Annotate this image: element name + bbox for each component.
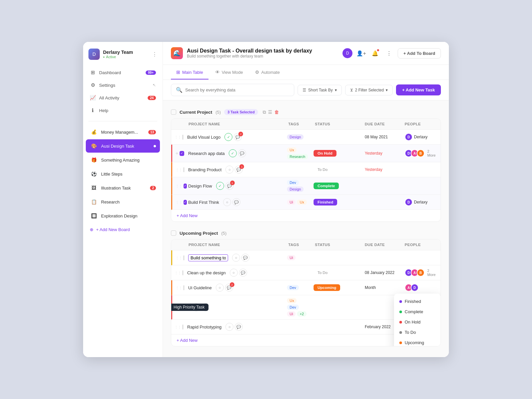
status-cell-5[interactable]: Finished [311,196,361,208]
row-checkbox-1[interactable] [183,135,183,140]
board-item-money[interactable]: 💰 Money Managem... 13 [86,125,160,139]
status-check-icon-4[interactable]: ✓ [216,182,224,190]
udrag-icon-2[interactable]: ⋮⋮ [175,271,181,275]
more-options-icon[interactable]: ⋮ [384,48,394,59]
comment-icon-4[interactable]: 💬 1 [225,182,233,190]
dropdown-item-complete[interactable]: Complete [394,307,441,317]
upeople-avatars-3: A D [405,284,419,292]
add-new-board-btn[interactable]: ⊕ + Add New Board [83,224,163,235]
team-menu-icon[interactable]: ⋮ [152,51,157,58]
add-member-icon[interactable]: 👤+ [356,48,366,59]
table-row: ⋮⋮ Ui Guideline ○ 💬 2 [171,280,441,295]
comment-icon-1[interactable]: 💬 2 [234,133,242,141]
status-todo-3: To Do [314,166,332,173]
upcoming-project-checkbox[interactable] [171,230,176,236]
udrag-icon-5[interactable]: ⋮⋮ [175,325,181,329]
sidebar-item-all-activity[interactable]: 📈 All Activity 24 [86,92,160,104]
sidebar-item-settings[interactable]: ⚙ Settings ↖ [86,79,160,91]
drag-handle-icon-4[interactable]: ⋮⋮ [176,184,182,188]
add-to-board-btn[interactable]: + Add To Board [398,48,441,59]
comment-icon-2[interactable]: 💬 [238,149,246,157]
notifications-icon[interactable]: 🔔 [370,48,380,59]
ucomment-icon-2[interactable]: 💬 [239,269,247,277]
ustatus-3[interactable]: Upcoming [311,282,361,294]
board-item-little-steps[interactable]: ⚽ Little Steps [86,167,160,181]
search-input[interactable] [185,87,289,92]
udrag-cell-2: ⋮⋮ [171,267,185,279]
on-hold-dot [399,321,402,324]
urow-checkbox-5[interactable] [183,325,183,330]
empty-cell [258,134,284,140]
drag-handle-cell: ⋮⋮ [171,131,185,143]
dropdown-item-todo[interactable]: To Do [394,327,441,337]
delete-icon[interactable]: 🗑 [274,109,279,115]
dropdown-item-on-hold[interactable]: On Hold [394,317,441,327]
sidebar-item-dashboard[interactable]: ⊞ Dashboard 99+ [86,66,160,78]
status-check-icon-5[interactable]: ○ [223,198,231,206]
urow-checkbox-2[interactable] [183,270,183,275]
tab-view-mode[interactable]: 👁 View Mode [210,65,248,79]
current-project-checkbox[interactable] [171,109,176,115]
board-item-research[interactable]: 📋 Research [86,195,160,208]
drag-handle-icon-5[interactable]: ⋮⋮ [176,200,182,204]
drag-handle-icon[interactable]: ⋮⋮ [175,135,181,139]
ustatus-check-2[interactable]: ○ [230,269,238,277]
status-cell-4[interactable]: Complete [311,180,361,192]
udue-2: 08 January 2022 [361,268,401,278]
ucol-status: Status [311,239,361,250]
comment-icon-5[interactable]: 💬 [232,198,240,206]
udrag-icon-3[interactable]: ⋮⋮ [176,286,182,290]
sort-button[interactable]: ☰ Short Task By ▾ [298,85,342,95]
status-check-icon[interactable]: ✓ [224,133,232,141]
board-item-exploration[interactable]: 🔲 Exploration Design [86,209,160,222]
status-check-icon-3[interactable]: ○ [225,166,233,174]
archive-icon[interactable]: ☰ [268,109,272,115]
utask-icons-2: ○ 💬 [230,269,247,277]
ustatus-check-5[interactable]: ○ [225,323,233,331]
sidebar-item-help[interactable]: ℹ Help [86,104,160,116]
add-new-task-btn[interactable]: + Add New Task [396,84,441,95]
comment-icon-3[interactable]: 💬 1 [235,166,243,174]
ucomment-icon-5[interactable]: 💬 [235,323,243,331]
utask-name-cell-1: ○ 💬 [186,250,258,265]
row-checkbox-2[interactable]: ✓ [180,151,184,156]
urow-checkbox-1[interactable] [184,255,184,260]
editing-task-input[interactable] [188,254,228,261]
filter-button[interactable]: ⊻ 2 Filter Selected ▾ [345,85,393,95]
utags-3: Dev [284,282,311,293]
view-mode-icon: 👁 [215,69,220,75]
copy-icon[interactable]: ⧉ [263,109,266,115]
udue-1 [361,255,401,260]
ustatus-check-1[interactable]: ○ [232,254,240,262]
dropdown-item-upcoming[interactable]: Upcoming [394,337,441,346]
search-input-wrapper[interactable]: 🔍 [171,84,294,96]
status-cell-2[interactable]: On Hold [311,147,361,159]
ucomment-icon-1[interactable]: 💬 [241,254,249,262]
toolbar: 🔍 ☰ Short Task By ▾ ⊻ 2 Filter Selected … [163,80,449,100]
udrag-icon-1[interactable]: ⋮⋮ [176,256,182,260]
team-info[interactable]: D Derlaxy Team Active [88,49,133,60]
tab-automate-label: Automate [261,70,280,75]
status-check-icon-2[interactable]: ✓ [229,149,237,157]
tags-cell-3 [284,167,311,172]
udrag-cell-5: ⋮⋮ [171,321,185,333]
board-item-ausi[interactable]: 🎨 Ausi Design Task [86,139,160,153]
board-item-illustration[interactable]: 🖼 Illustration Task 2 [86,181,160,195]
col-check2 [258,119,284,129]
ucomment-icon-3[interactable]: 💬 2 [225,284,233,292]
board-item-something[interactable]: 🎁 Something Amazing [86,153,160,167]
ustatus-check-3[interactable]: ○ [216,284,224,292]
row-checkbox-3[interactable] [184,167,184,172]
tab-main-table[interactable]: ⊞ Main Table [171,65,208,79]
drag-handle-icon-3[interactable]: ⋮⋮ [176,168,182,172]
add-new-current[interactable]: + Add New [171,210,441,221]
status-complete-4: Complete [314,183,339,189]
drag-handle-icon-2[interactable]: ✛ [176,152,178,155]
ustatus-upcoming-3: Upcoming [314,284,340,291]
user-avatar-1[interactable]: D [342,48,352,58]
dropdown-item-finished[interactable]: Finished [394,296,441,307]
table-row: ⋮⋮ Branding Product ○ 💬 1 [171,162,441,177]
tab-automate[interactable]: ⚙ Automate [250,65,285,79]
utags-2 [284,270,311,275]
urow-checkbox-3[interactable] [184,285,184,290]
